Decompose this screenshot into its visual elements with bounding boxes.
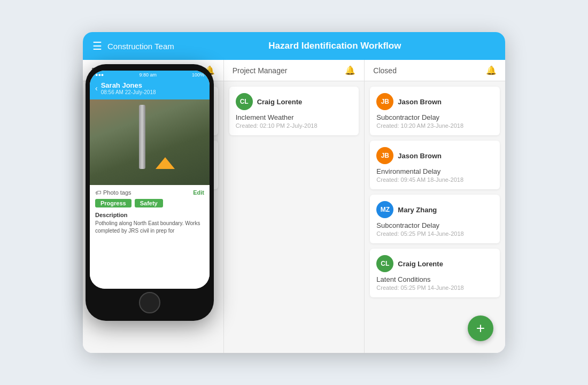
card-user-row: CL Craig Lorente bbox=[236, 93, 353, 110]
add-fab-button[interactable]: + bbox=[468, 315, 493, 341]
table-row[interactable]: CL Craig Lorente Latent Conditions Creat… bbox=[370, 249, 500, 297]
edit-tags-button[interactable]: Edit bbox=[193, 189, 204, 196]
col-header-pm: Project Manager 🔔 bbox=[224, 60, 365, 81]
tag-icon: 🏷 bbox=[95, 189, 101, 196]
team-name: Construction Team bbox=[107, 42, 174, 51]
avatar: JB bbox=[376, 147, 393, 164]
card-created: Created: 09:45 AM 18-June-2018 bbox=[376, 176, 493, 183]
col-header-closed: Closed 🔔 bbox=[365, 60, 505, 81]
card-created: Created: 05:25 PM 14-June-2018 bbox=[376, 230, 493, 237]
col-cards-closed: JB Jason Brown Subcontractor Delay Creat… bbox=[365, 81, 505, 353]
card-created: Created: 05:25 PM 14-June-2018 bbox=[376, 284, 493, 291]
phone-screen: ●●● 9:80 am 100% ‹ Sarah Jones 08:56 AM … bbox=[90, 71, 210, 289]
phone-header-info: Sarah Jones 08:56 AM 22-July-2018 bbox=[101, 81, 156, 95]
tag-progress[interactable]: Progress bbox=[95, 199, 131, 207]
card-type: Subcontractor Delay bbox=[376, 221, 493, 229]
table-row[interactable]: JB Jason Brown Environmental Delay Creat… bbox=[370, 141, 500, 189]
phone-header: ‹ Sarah Jones 08:56 AM 22-July-2018 bbox=[90, 79, 210, 99]
card-user-row: MZ Mary Zhang bbox=[376, 201, 493, 218]
photo-tags-text: Photo tags bbox=[103, 189, 131, 196]
avatar: CL bbox=[376, 255, 393, 272]
card-username: Craig Lorente bbox=[398, 260, 443, 268]
phone-device: ●●● 9:80 am 100% ‹ Sarah Jones 08:56 AM … bbox=[86, 64, 214, 321]
bell-icon-closed[interactable]: 🔔 bbox=[486, 65, 497, 75]
col-title-closed: Closed bbox=[373, 66, 397, 75]
phone-user-name: Sarah Jones bbox=[101, 81, 156, 89]
card-username: Mary Zhang bbox=[398, 206, 437, 214]
card-created: Created: 10:20 AM 23-June-2018 bbox=[376, 122, 493, 129]
card-type: Subcontractor Delay bbox=[376, 113, 493, 121]
kanban-col-pm: Project Manager 🔔 CL Craig Lorente Incle… bbox=[224, 60, 365, 353]
avatar: JB bbox=[376, 93, 393, 110]
menu-icon[interactable]: ☰ bbox=[92, 40, 102, 52]
bell-icon-pm[interactable]: 🔔 bbox=[345, 65, 355, 75]
home-button[interactable] bbox=[139, 292, 160, 313]
card-type: Latent Conditions bbox=[376, 275, 493, 283]
tablet-header: ☰ Construction Team Hazard Identificatio… bbox=[83, 32, 505, 60]
table-row[interactable]: CL Craig Lorente Inclement Weather Creat… bbox=[229, 87, 359, 135]
tag-safety[interactable]: Safety bbox=[135, 199, 163, 207]
phone-photo bbox=[90, 99, 210, 185]
tags-list: Progress Safety bbox=[95, 199, 204, 207]
photo-pipe-element bbox=[139, 105, 145, 169]
photo-background bbox=[90, 99, 210, 185]
avatar: MZ bbox=[376, 201, 393, 218]
photo-flag-element bbox=[156, 157, 175, 169]
card-username: Craig Lorente bbox=[257, 98, 303, 106]
card-user-row: JB Jason Brown bbox=[376, 93, 493, 110]
photo-tags-label: 🏷 Photo tags bbox=[95, 189, 131, 196]
description-title: Description bbox=[95, 212, 204, 218]
description-text: Potholing along North East boundary. Wor… bbox=[95, 220, 204, 235]
time-display: 9:80 am bbox=[139, 72, 157, 78]
card-created: Created: 02:10 PM 2-July-2018 bbox=[236, 122, 353, 129]
workflow-title: Hazard Identification Workflow bbox=[174, 41, 496, 51]
avatar: CL bbox=[236, 93, 253, 110]
back-icon[interactable]: ‹ bbox=[95, 84, 98, 93]
photo-tags-row: 🏷 Photo tags Edit bbox=[95, 189, 204, 196]
battery-indicator: 100% bbox=[192, 72, 204, 78]
phone-timestamp: 08:56 AM 22-July-2018 bbox=[101, 89, 156, 95]
table-row[interactable]: MZ Mary Zhang Subcontractor Delay Create… bbox=[370, 195, 500, 243]
col-cards-pm: CL Craig Lorente Inclement Weather Creat… bbox=[224, 81, 365, 353]
card-username: Jason Brown bbox=[398, 152, 442, 160]
phone-statusbar: ●●● 9:80 am 100% bbox=[90, 71, 210, 79]
signal-indicator: ●●● bbox=[95, 72, 104, 78]
card-type: Environmental Delay bbox=[376, 167, 493, 175]
card-user-row: CL Craig Lorente bbox=[376, 255, 493, 272]
card-type: Inclement Weather bbox=[236, 113, 353, 121]
phone-home-bar bbox=[90, 289, 210, 314]
kanban-col-closed: Closed 🔔 JB Jason Brown Subcontractor De… bbox=[365, 60, 505, 353]
col-title-pm: Project Manager bbox=[233, 66, 288, 75]
card-username: Jason Brown bbox=[398, 98, 442, 106]
phone-content: 🏷 Photo tags Edit Progress Safety Descri… bbox=[90, 185, 210, 289]
table-row[interactable]: JB Jason Brown Subcontractor Delay Creat… bbox=[370, 87, 500, 135]
card-user-row: JB Jason Brown bbox=[376, 147, 493, 164]
